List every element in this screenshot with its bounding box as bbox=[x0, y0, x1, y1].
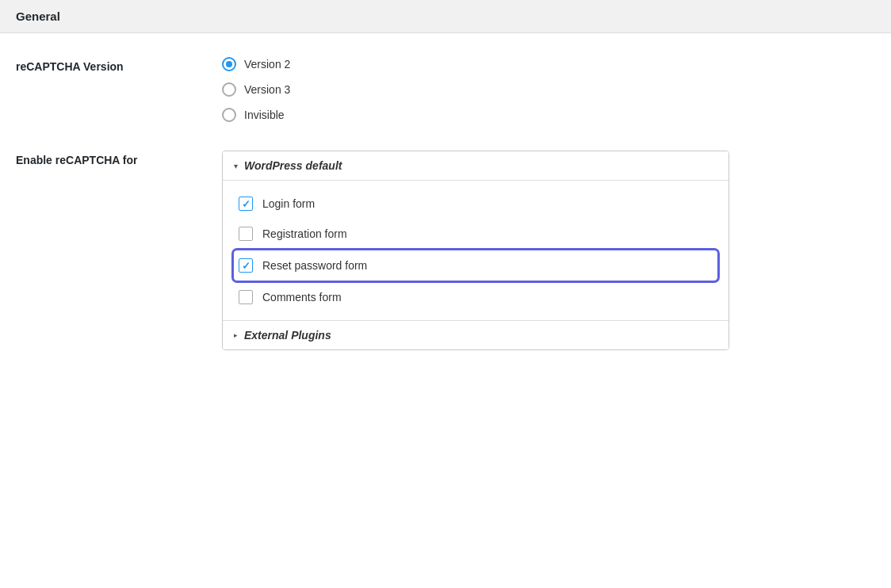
checkbox-group-container: ▾ WordPress default ✓ Login form bbox=[222, 151, 729, 350]
checkbox-box-comments bbox=[239, 290, 253, 304]
enable-recaptcha-control: ▾ WordPress default ✓ Login form bbox=[222, 151, 875, 350]
radio-label-v2: Version 2 bbox=[244, 58, 290, 71]
radio-label-v3: Version 3 bbox=[244, 83, 290, 96]
wordpress-default-header[interactable]: ▾ WordPress default bbox=[223, 151, 728, 181]
checkbox-item-login[interactable]: ✓ Login form bbox=[234, 189, 717, 219]
radio-group: Version 2 Version 3 Invisible bbox=[222, 57, 875, 122]
wordpress-default-label: WordPress default bbox=[244, 159, 342, 172]
radio-circle-v3 bbox=[222, 82, 236, 97]
checkmark-login: ✓ bbox=[242, 199, 250, 209]
radio-circle-v2 bbox=[222, 57, 236, 71]
page-wrapper: General reCAPTCHA Version Version 2 Vers… bbox=[0, 0, 891, 588]
enable-recaptcha-label: Enable reCAPTCHA for bbox=[16, 151, 222, 166]
checkbox-label-reset-password: Reset password form bbox=[262, 259, 367, 272]
wordpress-default-items: ✓ Login form Registration form bbox=[223, 181, 728, 320]
radio-item-invisible[interactable]: Invisible bbox=[222, 108, 875, 122]
checkbox-item-registration[interactable]: Registration form bbox=[234, 219, 717, 249]
radio-item-v2[interactable]: Version 2 bbox=[222, 57, 875, 71]
radio-circle-invisible bbox=[222, 108, 236, 122]
checkbox-label-registration: Registration form bbox=[262, 227, 347, 240]
recaptcha-version-control: Version 2 Version 3 Invisible bbox=[222, 57, 875, 122]
checkbox-box-reset-password: ✓ bbox=[239, 258, 253, 273]
external-plugins-label: External Plugins bbox=[244, 329, 331, 342]
external-plugins-header[interactable]: ▸ External Plugins bbox=[223, 320, 728, 349]
section-title: General bbox=[16, 10, 875, 23]
checkbox-label-comments: Comments form bbox=[262, 291, 342, 304]
checkbox-item-reset-password[interactable]: ✓ Reset password form bbox=[234, 250, 717, 281]
settings-content: reCAPTCHA Version Version 2 Version 3 In… bbox=[0, 33, 891, 395]
section-header: General bbox=[0, 0, 891, 33]
radio-item-v3[interactable]: Version 3 bbox=[222, 82, 875, 97]
recaptcha-version-label: reCAPTCHA Version bbox=[16, 57, 222, 73]
checkmark-reset-password: ✓ bbox=[242, 261, 250, 271]
enable-recaptcha-row: Enable reCAPTCHA for ▾ WordPress default… bbox=[16, 151, 875, 350]
chevron-right-icon: ▸ bbox=[234, 331, 238, 339]
radio-label-invisible: Invisible bbox=[244, 109, 285, 121]
checkbox-box-login: ✓ bbox=[239, 197, 253, 211]
recaptcha-version-row: reCAPTCHA Version Version 2 Version 3 In… bbox=[16, 57, 875, 122]
checkbox-item-comments[interactable]: Comments form bbox=[234, 282, 717, 312]
checkbox-box-registration bbox=[239, 227, 253, 241]
chevron-down-icon: ▾ bbox=[234, 162, 238, 170]
checkbox-label-login: Login form bbox=[262, 197, 315, 210]
